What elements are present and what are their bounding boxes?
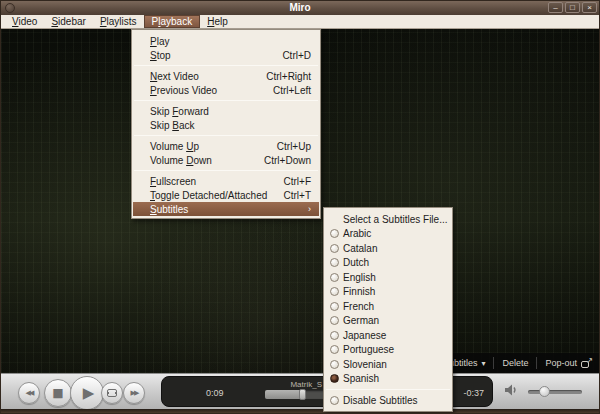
menu-item-volume-down[interactable]: Volume Down Ctrl+Down [133,153,319,167]
menu-item-label: Volume Down [150,155,212,166]
play-button[interactable]: ▶ [70,376,104,410]
play-icon: ▶ [83,384,95,402]
video-overlay-bar: Subtitles ▾ Delete Pop-out ↗ [431,353,600,373]
menu-item-volume-up[interactable]: Volume Up Ctrl+Up [133,139,319,153]
speaker-icon [504,383,520,397]
submenu-item-label: Disable Subtitles [343,395,417,406]
menu-item-previous-video[interactable]: Previous Video Ctrl+Left [133,83,319,97]
menu-item-fullscreen[interactable]: Fullscreen Ctrl+F [133,174,319,188]
menu-shortcut: Ctrl+Up [277,141,311,152]
menu-shortcut: Ctrl+Down [264,155,311,166]
menu-item-stop[interactable]: Stop Ctrl+D [133,48,319,62]
radio-unchecked-icon [330,244,339,253]
submenu-item-english[interactable]: English [325,270,451,285]
submenu-item-portuguese[interactable]: Portuguese [325,343,451,358]
menu-item-label: Subtitles [150,204,188,215]
radio-unchecked-icon [330,273,339,282]
playback-menu: Play Stop Ctrl+D Next Video Ctrl+Right P… [131,29,321,219]
menubar-item-video[interactable]: Video [5,15,44,28]
menubar-item-sidebar[interactable]: Sidebar [44,15,92,28]
fullscreen-button[interactable] [101,382,123,404]
submenu-item-dutch[interactable]: Dutch [325,256,451,271]
menu-separator [134,170,318,171]
menu-item-play[interactable]: Play [133,34,319,48]
submenu-item-spanish[interactable]: Spanish [325,372,451,387]
previous-button[interactable]: ◀◀ [18,382,40,404]
titlebar: Miro – □ × [1,1,599,15]
menu-shortcut: Ctrl+F [284,176,312,187]
radio-unchecked-icon [330,258,339,267]
submenu-item-label: Catalan [343,243,377,254]
delete-button[interactable]: Delete [494,358,536,368]
radio-unchecked-icon [330,229,339,238]
submenu-item-select-file[interactable]: Select a Subtitles File... [325,212,451,227]
menu-shortcut: Ctrl+T [284,190,312,201]
seek-handle[interactable] [299,389,306,400]
menu-item-skip-back[interactable]: Skip Back [133,118,319,132]
window-bottom-edge [1,409,599,413]
submenu-item-german[interactable]: German [325,314,451,329]
popout-button-label: Pop-out [545,358,577,368]
menu-item-label: Skip Back [150,120,194,131]
submenu-item-label: Select a Subtitles File... [343,214,448,225]
now-playing-title: Matrik_S [290,380,322,389]
submenu-item-label: Slovenian [343,359,387,370]
radio-unchecked-icon [330,287,339,296]
menu-shortcut: Ctrl+Left [273,85,311,96]
menu-shortcut: Ctrl+Right [266,71,311,82]
menu-separator [326,389,450,390]
miro-window: Miro – □ × Video Sidebar Playlists Playb… [0,0,600,414]
popout-button[interactable]: Pop-out ↗ [537,358,600,368]
radio-unchecked-icon [330,316,339,325]
minimize-button[interactable]: – [548,2,563,13]
menu-item-label: Fullscreen [150,176,196,187]
menu-item-label: Toggle Detached/Attached [150,190,267,201]
next-button[interactable]: ▶▶ [123,382,145,404]
menu-item-label: Next Video [150,71,199,82]
submenu-item-label: Dutch [343,257,369,268]
subtitles-submenu: Select a Subtitles File... Arabic Catala… [323,207,453,412]
menu-item-label: Skip Forward [150,106,209,117]
stop-icon: ■ [52,386,63,400]
close-button[interactable]: × [582,2,597,13]
delete-button-label: Delete [502,358,528,368]
menu-shortcut: Ctrl+D [282,50,311,61]
submenu-item-slovenian[interactable]: Slovenian [325,357,451,372]
menu-separator [134,100,318,101]
submenu-item-label: Japanese [343,330,386,341]
previous-icon: ◀◀ [26,389,33,397]
submenu-arrow-icon: › [308,204,311,214]
submenu-item-french[interactable]: French [325,299,451,314]
submenu-item-label: Arabic [343,228,371,239]
fullscreen-icon [107,389,117,397]
menubar: Video Sidebar Playlists Playback Help [1,15,599,29]
menubar-item-playlists[interactable]: Playlists [93,15,144,28]
submenu-item-japanese[interactable]: Japanese [325,328,451,343]
submenu-item-disable-subtitles[interactable]: Disable Subtitles [325,393,451,408]
popout-icon: ↗ [581,358,593,368]
menu-item-next-video[interactable]: Next Video Ctrl+Right [133,69,319,83]
elapsed-time: 0:09 [206,388,224,398]
submenu-item-label: French [343,301,374,312]
menu-item-label: Play [150,36,169,47]
maximize-button[interactable]: □ [565,2,580,13]
menu-item-label: Previous Video [150,85,217,96]
menu-item-skip-forward[interactable]: Skip Forward [133,104,319,118]
menubar-item-help[interactable]: Help [200,15,235,28]
menu-item-toggle-detached[interactable]: Toggle Detached/Attached Ctrl+T [133,188,319,202]
submenu-item-arabic[interactable]: Arabic [325,227,451,242]
radio-unchecked-icon [330,396,339,405]
radio-checked-icon [330,374,339,383]
menubar-item-playback[interactable]: Playback [144,15,201,28]
stop-button[interactable]: ■ [44,379,72,407]
submenu-item-catalan[interactable]: Catalan [325,241,451,256]
menu-item-subtitles[interactable]: Subtitles › [133,202,319,216]
menu-separator [134,65,318,66]
submenu-item-label: German [343,315,379,326]
submenu-item-label: Spanish [343,373,379,384]
radio-unchecked-icon [330,331,339,340]
volume-slider[interactable] [528,390,582,394]
submenu-item-finnish[interactable]: Finnish [325,285,451,300]
submenu-item-label: English [343,272,376,283]
menu-item-label: Volume Up [150,141,199,152]
